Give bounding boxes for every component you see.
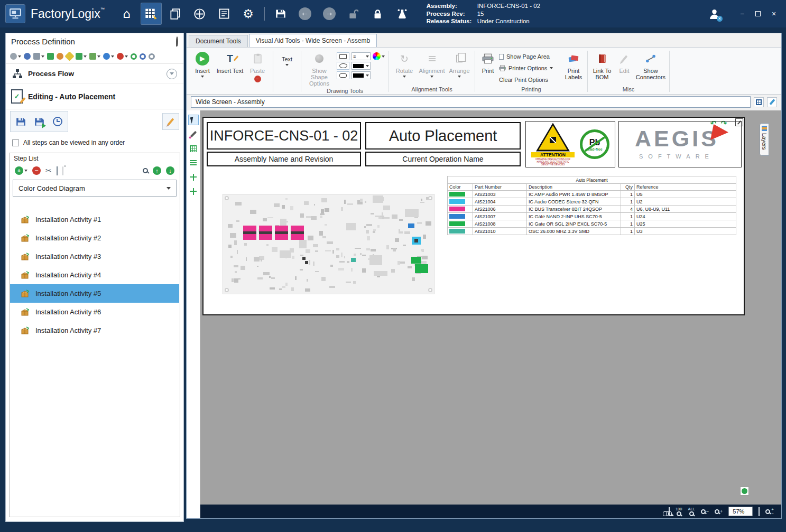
- color-wheel-picker[interactable]: [373, 52, 385, 60]
- minimize-button[interactable]: −: [735, 7, 749, 21]
- operation-caption-box[interactable]: Current Operation Name: [365, 152, 521, 166]
- pcb-diagram[interactable]: [223, 194, 434, 294]
- pin-panel-button[interactable]: [176, 38, 178, 45]
- test-plan-button[interactable]: [392, 3, 413, 25]
- operation-title-box[interactable]: Auto Placement: [365, 122, 521, 150]
- align-guides-button[interactable]: [188, 157, 199, 168]
- routing-button[interactable]: [47, 53, 54, 60]
- unlock-button[interactable]: [343, 3, 364, 25]
- esd-warning-box[interactable]: ATTENTION OBSERVE PRECAUTIONS FOR HANDLI…: [525, 121, 615, 167]
- assembly-title-box[interactable]: INFORCE-CNS-01 - 02: [207, 122, 361, 150]
- move-step-up-button[interactable]: ↑: [153, 166, 161, 175]
- maximize-button[interactable]: [751, 7, 765, 21]
- home-button[interactable]: ⌂: [116, 3, 137, 25]
- edit-document-button[interactable]: [767, 97, 777, 107]
- show-connectors-button[interactable]: Show Connectors: [634, 49, 668, 80]
- scroll-nudge-button[interactable]: [740, 487, 749, 496]
- zoom-100-button[interactable]: 100: [676, 507, 682, 516]
- snap-grid-button[interactable]: [188, 143, 199, 154]
- web-publish-button[interactable]: [103, 53, 114, 60]
- save-step-button[interactable]: [12, 113, 29, 130]
- layers-panel-tab[interactable]: Layers: [760, 123, 769, 156]
- forward-button[interactable]: →: [319, 3, 340, 25]
- status-button[interactable]: [149, 53, 155, 60]
- step-list-item[interactable]: Installation Activity #2: [10, 229, 179, 247]
- history-button[interactable]: [49, 113, 66, 130]
- assembly-caption-box[interactable]: Assembly Name and Revision: [207, 152, 361, 166]
- cut-step-button[interactable]: ✂: [45, 167, 52, 175]
- print-labels-button[interactable]: Print Labels: [561, 49, 586, 80]
- select-tool-button[interactable]: [188, 115, 199, 125]
- text-button[interactable]: Text: [275, 49, 299, 66]
- back-button[interactable]: ←: [294, 3, 316, 25]
- process-definition-button[interactable]: [141, 3, 162, 25]
- show-shape-options-button[interactable]: Show Shape Options: [303, 49, 336, 87]
- edit-button[interactable]: Edit: [615, 49, 634, 74]
- fill-color-picker[interactable]: [352, 62, 371, 70]
- view-any-order-checkbox[interactable]: [12, 139, 19, 146]
- navigator-button[interactable]: [189, 3, 210, 25]
- zoom-level-input[interactable]: [728, 507, 753, 516]
- fit-page-button[interactable]: [759, 508, 760, 516]
- record-button[interactable]: [117, 53, 128, 60]
- add-branch-button[interactable]: [76, 53, 87, 60]
- import-step-button[interactable]: [31, 113, 48, 130]
- aegis-logo-box[interactable]: AEGIS SOFTWARE: [618, 121, 742, 167]
- publish-button[interactable]: [24, 53, 31, 60]
- line-style-picker[interactable]: ≡: [352, 52, 371, 60]
- edit-visual-aid-button[interactable]: [162, 113, 179, 130]
- eyedropper-tool-button[interactable]: [188, 129, 199, 139]
- step-list-item[interactable]: Installation Activity #7: [10, 321, 179, 340]
- news-button[interactable]: [214, 3, 235, 25]
- tab-visual-aid-tools[interactable]: Visual Aid Tools - Wide Screen - Assemb: [249, 34, 377, 47]
- lock-button[interactable]: [367, 3, 389, 25]
- print-flow-button[interactable]: [33, 53, 44, 60]
- find-step-button[interactable]: [143, 167, 148, 175]
- branch-options-button[interactable]: [89, 53, 100, 60]
- canvas[interactable]: ↶ ↷ INFORCE-CNS-01 - 02 Assembly Name an…: [200, 110, 781, 518]
- process-flow-row[interactable]: Process Flow: [6, 64, 183, 84]
- alignment-button[interactable]: Alignment: [418, 49, 446, 78]
- step-list-item[interactable]: Installation Activity #4: [10, 266, 179, 284]
- assign-user-button[interactable]: [57, 53, 63, 60]
- documents-button[interactable]: [165, 3, 186, 25]
- pan-tool-button[interactable]: [188, 172, 199, 182]
- tab-document-tools[interactable]: Document Tools: [189, 35, 248, 47]
- zoom-stepper[interactable]: +−: [765, 508, 774, 515]
- link-to-bom-button[interactable]: Link To BOM: [589, 49, 615, 80]
- delete-shape-button[interactable]: −: [254, 76, 261, 82]
- user-button[interactable]: ×: [704, 3, 725, 25]
- arrange-button[interactable]: Arrange: [446, 49, 473, 78]
- printer-options-button[interactable]: Printer Options: [499, 63, 561, 73]
- zoom-out-button[interactable]: −: [701, 509, 709, 514]
- zoom-all-button[interactable]: ALL: [688, 507, 695, 516]
- move-items-button[interactable]: [188, 186, 199, 197]
- zoom-in-button[interactable]: +: [715, 509, 723, 514]
- document-name-input[interactable]: [191, 96, 751, 108]
- line-color-picker[interactable]: [352, 71, 371, 79]
- ellipse-tool-button[interactable]: [337, 62, 349, 70]
- step-list-item[interactable]: Installation Activity #1: [10, 210, 179, 229]
- copy-step-button[interactable]: [57, 167, 58, 175]
- remove-step-button[interactable]: −: [32, 166, 41, 175]
- preview-image-button[interactable]: [669, 508, 670, 516]
- rounded-rectangle-tool-button[interactable]: [337, 71, 349, 79]
- step-list-item[interactable]: Installation Activity #3: [10, 247, 179, 266]
- save-button[interactable]: [270, 3, 291, 25]
- validate-button[interactable]: [131, 53, 137, 60]
- print-button[interactable]: Print: [477, 49, 499, 74]
- collapse-process-flow-button[interactable]: [167, 69, 177, 79]
- start-button[interactable]: [140, 53, 146, 60]
- milestone-button[interactable]: [66, 53, 73, 60]
- visual-aid-page[interactable]: ↶ ↷ INFORCE-CNS-01 - 02 Assembly Name an…: [202, 117, 745, 315]
- paste-step-button[interactable]: [62, 167, 63, 175]
- rectangle-tool-button[interactable]: [337, 52, 349, 60]
- show-page-area-button[interactable]: Show Page Area: [499, 51, 561, 62]
- step-view-selector[interactable]: Color Coded Diagram: [13, 180, 177, 197]
- clear-print-options-button[interactable]: Clear Print Options: [499, 74, 561, 85]
- add-step-button[interactable]: +: [15, 166, 27, 175]
- move-step-down-button[interactable]: ↓: [166, 166, 174, 175]
- insert-text-button[interactable]: T Insert Text: [216, 49, 244, 74]
- insert-button[interactable]: ▶ Insert: [189, 49, 216, 78]
- rotate-button[interactable]: ↻ Rotate: [391, 49, 418, 78]
